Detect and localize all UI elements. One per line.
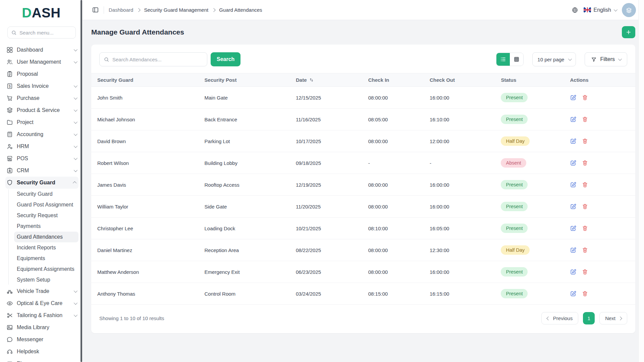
column-date[interactable]: Date <box>290 73 362 87</box>
sidebar-item-project[interactable]: Project <box>5 116 78 128</box>
sidebar-toggle-button[interactable] <box>92 6 99 13</box>
submenu-item-label: Guard Post Assignment <box>17 202 73 208</box>
delete-button[interactable] <box>582 160 588 166</box>
id-card-icon <box>6 167 13 174</box>
cell-check-in: 08:00:00 <box>362 239 424 261</box>
sidebar-item-product-service[interactable]: Product & Service <box>5 104 78 116</box>
edit-button[interactable] <box>570 116 577 123</box>
sidebar-item-accounting[interactable]: Accounting <box>5 128 78 140</box>
sidebar-item-crm[interactable]: CRM <box>5 165 78 177</box>
submenu-item-guard-attendances[interactable]: Guard Attendances <box>14 232 78 242</box>
sidebar-item-label: Proposal <box>17 71 76 77</box>
edit-button[interactable] <box>570 290 577 297</box>
delete-button[interactable] <box>582 138 588 144</box>
submenu-item-security-request[interactable]: Security Request <box>14 210 78 221</box>
chevron-down-icon <box>618 57 622 61</box>
edit-button[interactable] <box>570 160 577 166</box>
submenu-item-equipments[interactable]: Equipments <box>14 253 78 264</box>
per-page-select[interactable]: 10 per page <box>532 52 576 66</box>
sidebar-item-security-guard[interactable]: Security Guard <box>5 177 78 189</box>
page-scrollbar[interactable] <box>638 0 644 362</box>
delete-button[interactable] <box>582 94 588 101</box>
delete-button[interactable] <box>582 116 588 123</box>
sidebar-item-user-management[interactable]: User Management <box>5 56 78 68</box>
breadcrumb-dashboard[interactable]: Dashboard <box>109 7 133 13</box>
sidebar-item-sales-invoice[interactable]: $ Sales Invoice <box>5 80 78 92</box>
edit-button[interactable] <box>570 94 577 101</box>
sidebar-item-plan[interactable]: Plan <box>5 358 78 362</box>
search-button[interactable]: Search <box>211 52 240 66</box>
next-page-button[interactable]: Next <box>599 312 627 324</box>
attendance-search <box>99 52 207 66</box>
sidebar-item-media-library[interactable]: Media Library <box>5 321 78 334</box>
results-summary: Showing 1 to 10 of 10 results <box>99 315 164 321</box>
submenu-item-system-setup[interactable]: System Setup <box>14 275 78 285</box>
chevron-down-icon <box>74 156 77 160</box>
breadcrumb-security-guard-management[interactable]: Security Guard Management <box>144 7 208 13</box>
status-badge: Half Day <box>501 245 530 255</box>
sidebar-item-purchase[interactable]: Purchase <box>5 92 78 104</box>
app-root: DASH Dashboard User Management Proposal … <box>0 0 644 362</box>
image-icon <box>6 324 13 331</box>
page-1-button[interactable]: 1 <box>583 312 595 324</box>
header-divider <box>104 6 104 14</box>
delete-button[interactable] <box>582 225 588 232</box>
sidebar-item-dashboard[interactable]: Dashboard <box>5 44 78 56</box>
edit-button[interactable] <box>570 203 577 210</box>
sidebar-scrollbar[interactable] <box>80 0 82 362</box>
sidebar-item-tailoring-fashion[interactable]: Tailoring & Fashion <box>5 309 78 321</box>
delete-button[interactable] <box>582 290 588 297</box>
submenu-item-incident-reports[interactable]: Incident Reports <box>14 242 78 253</box>
edit-button[interactable] <box>570 247 577 253</box>
table-row: Michael Johnson Back Entrance 11/16/2025… <box>91 109 635 130</box>
eye-icon <box>6 300 13 307</box>
submenu-item-guard-post-assignment[interactable]: Guard Post Assignment <box>14 199 78 210</box>
sidebar-item-proposal[interactable]: Proposal <box>5 68 78 80</box>
store-icon <box>6 155 13 162</box>
attendance-search-input[interactable] <box>112 57 203 62</box>
delete-button[interactable] <box>582 268 588 275</box>
page-title: Manage Guard Attendances <box>91 28 184 36</box>
sidebar-item-pos[interactable]: POS <box>5 153 78 165</box>
view-toggle <box>496 53 524 66</box>
sidebar-search-input[interactable] <box>19 30 70 36</box>
cell-check-in: 08:10:00 <box>362 218 424 239</box>
list-view-button[interactable] <box>496 53 510 66</box>
add-attendance-button[interactable] <box>622 26 635 38</box>
column-status: Status <box>495 73 564 87</box>
chevron-down-icon <box>74 301 77 305</box>
submenu-item-security-guard[interactable]: Security Guard <box>14 189 78 199</box>
submenu-item-equipment-assignments[interactable]: Equipment Assignments <box>14 264 78 275</box>
trash-icon <box>582 94 588 101</box>
delete-button[interactable] <box>582 181 588 188</box>
globe-icon[interactable] <box>572 7 578 13</box>
edit-button[interactable] <box>570 138 577 144</box>
cell-post: Control Room <box>199 283 290 305</box>
sidebar-item-optical-eye-care[interactable]: Optical & Eye Care <box>5 297 78 309</box>
sidebar-item-hrm[interactable]: HRM <box>5 140 78 153</box>
sidebar-item-helpdesk[interactable]: Helpdesk <box>5 346 78 358</box>
cell-check-in: 08:00:00 <box>362 196 424 218</box>
grid-view-button[interactable] <box>510 53 523 66</box>
cell-date: 10/17/2025 <box>290 130 362 152</box>
previous-page-button[interactable]: Previous <box>541 312 578 324</box>
delete-button[interactable] <box>582 247 588 253</box>
breadcrumb-guard-attendances: Guard Attendances <box>219 7 262 13</box>
edit-button[interactable] <box>570 225 577 232</box>
user-avatar[interactable] <box>622 3 636 17</box>
language-selector[interactable]: English <box>584 7 616 13</box>
delete-button[interactable] <box>582 203 588 210</box>
table-row: David Brown Parking Lot 10/17/2025 08:00… <box>91 130 635 152</box>
submenu-item-payments[interactable]: Payments <box>14 221 78 232</box>
edit-icon <box>570 138 577 144</box>
cell-guard: James Davis <box>91 174 199 196</box>
edit-button[interactable] <box>570 268 577 275</box>
chevron-down-icon <box>74 48 77 51</box>
sidebar-item-vehicle-trade[interactable]: Vehicle Trade <box>5 285 78 297</box>
table-row: Anthony Thomas Control Room 03/24/2025 0… <box>91 283 635 305</box>
sidebar-item-messenger[interactable]: Messenger <box>5 334 78 346</box>
edit-button[interactable] <box>570 181 577 188</box>
cart-icon <box>6 95 13 102</box>
sidebar: DASH Dashboard User Management Proposal … <box>0 0 83 362</box>
filters-button[interactable]: Filters <box>585 52 627 66</box>
